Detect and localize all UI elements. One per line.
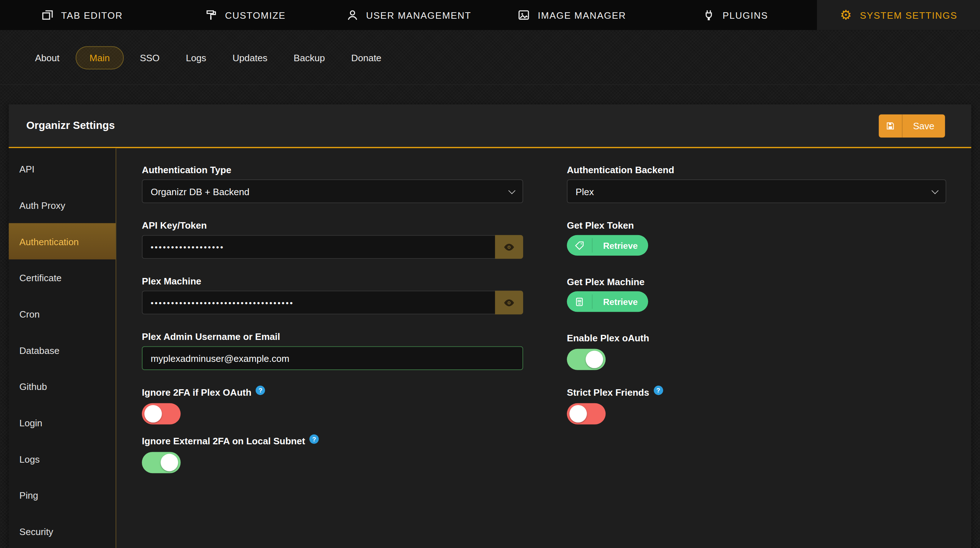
image-icon: [517, 8, 531, 22]
enable-plex-oauth-label: Enable Plex oAuth: [567, 333, 947, 344]
eye-icon: [503, 297, 515, 309]
subnav-updates[interactable]: Updates: [223, 46, 278, 69]
settings-sidebar: API Auth Proxy Authentication Certificat…: [9, 148, 116, 548]
nav-label: IMAGE MANAGER: [538, 10, 626, 21]
auth-backend-select[interactable]: Plex: [567, 179, 947, 203]
get-plex-machine-label: Get Plex Machine: [567, 276, 947, 287]
ignore-external-2fa-help-icon[interactable]: ?: [310, 435, 319, 444]
top-navigation: TAB EDITOR CUSTOMIZE USER MANAGEMENT IMA…: [0, 0, 980, 30]
strict-plex-friends-group: Strict Plex Friends ?: [567, 387, 947, 424]
plex-machine-label: Plex Machine: [142, 276, 523, 287]
sidebar-item-github[interactable]: Github: [9, 368, 116, 405]
api-key-input[interactable]: [142, 235, 495, 259]
api-key-label: API Key/Token: [142, 220, 523, 231]
sidebar-item-auth-proxy[interactable]: Auth Proxy: [9, 187, 116, 223]
plex-machine-group: Plex Machine: [142, 276, 523, 315]
toggle-knob: [569, 405, 587, 423]
nav-label: PLUGINS: [722, 10, 768, 21]
settings-subnav: About Main SSO Logs Updates Backup Donat…: [0, 30, 980, 85]
auth-backend-group: Authentication Backend Plex: [567, 164, 947, 204]
nav-plugins[interactable]: PLUGINS: [654, 0, 817, 30]
save-button-label: Save: [902, 114, 945, 137]
sidebar-item-cron[interactable]: Cron: [9, 296, 116, 332]
sidebar-item-certificate[interactable]: Certificate: [9, 259, 116, 296]
gear-icon: ⚙: [839, 8, 853, 22]
nav-user-management[interactable]: USER MANAGEMENT: [326, 0, 490, 30]
enable-plex-oauth-toggle[interactable]: [567, 349, 606, 370]
sidebar-item-api[interactable]: API: [9, 150, 116, 187]
nav-label: CUSTOMIZE: [225, 10, 286, 21]
subnav-logs[interactable]: Logs: [176, 46, 216, 69]
authentication-form: Authentication Type Organizr DB + Backen…: [116, 148, 971, 548]
ignore-2fa-help-icon[interactable]: ?: [256, 386, 265, 395]
nav-label: TAB EDITOR: [61, 10, 123, 21]
strict-plex-friends-label: Strict Plex Friends: [567, 387, 649, 398]
ignore-external-2fa-group: Ignore External 2FA on Local Subnet ?: [142, 436, 523, 473]
save-button[interactable]: Save: [878, 114, 945, 137]
retrieve-button-label: Retrieve: [593, 291, 648, 312]
nav-image-manager[interactable]: IMAGE MANAGER: [490, 0, 654, 30]
auth-type-select[interactable]: Organizr DB + Backend: [142, 179, 523, 203]
toggle-knob: [161, 454, 178, 471]
page-title: Organizr Settings: [26, 119, 115, 132]
ignore-external-2fa-toggle[interactable]: [142, 452, 181, 473]
plex-admin-label: Plex Admin Username or Email: [142, 331, 523, 342]
user-icon: [345, 8, 359, 22]
tab-editor-icon: [41, 8, 54, 22]
toggle-knob: [144, 405, 162, 423]
subnav-about[interactable]: About: [25, 46, 70, 69]
plug-icon: [702, 8, 716, 22]
toggle-knob: [586, 351, 603, 368]
plex-admin-group: Plex Admin Username or Email: [142, 331, 523, 370]
form-right-column: Authentication Backend Plex Get Plex Tok…: [567, 164, 947, 484]
ignore-2fa-group: Ignore 2FA if Plex OAuth ?: [142, 387, 523, 424]
save-icon: [878, 114, 902, 137]
ignore-2fa-toggle[interactable]: [142, 403, 181, 424]
api-key-group: API Key/Token: [142, 220, 523, 259]
auth-backend-label: Authentication Backend: [567, 164, 947, 175]
sidebar-item-database[interactable]: Database: [9, 332, 116, 368]
plex-machine-input[interactable]: [142, 291, 495, 314]
tag-icon: [567, 235, 592, 256]
machine-icon: [567, 291, 592, 312]
organizr-settings-panel: Organizr Settings Save API Auth Proxy Au…: [9, 104, 971, 548]
nav-label: SYSTEM SETTINGS: [860, 10, 958, 21]
ignore-2fa-label: Ignore 2FA if Plex OAuth: [142, 387, 251, 398]
get-plex-token-label: Get Plex Token: [567, 220, 947, 231]
ignore-external-2fa-label: Ignore External 2FA on Local Subnet: [142, 436, 305, 446]
subnav-main[interactable]: Main: [76, 46, 124, 69]
get-plex-token-group: Get Plex Token Retrieve: [567, 220, 947, 256]
strict-plex-friends-toggle[interactable]: [567, 403, 606, 424]
eye-icon: [503, 241, 515, 253]
get-plex-machine-group: Get Plex Machine Retrieve: [567, 276, 947, 312]
api-key-reveal-button[interactable]: [495, 235, 523, 259]
sidebar-item-login[interactable]: Login: [9, 404, 116, 441]
subnav-sso[interactable]: SSO: [130, 46, 170, 69]
auth-type-label: Authentication Type: [142, 164, 523, 175]
plex-machine-reveal-button[interactable]: [495, 291, 523, 314]
form-left-column: Authentication Type Organizr DB + Backen…: [142, 164, 523, 484]
enable-plex-oauth-group: Enable Plex oAuth: [567, 333, 947, 370]
subnav-donate[interactable]: Donate: [341, 46, 392, 69]
plex-admin-input[interactable]: [142, 346, 523, 370]
customize-icon: [205, 8, 218, 22]
retrieve-plex-machine-button[interactable]: Retrieve: [567, 291, 648, 312]
panel-header: Organizr Settings Save: [9, 104, 971, 148]
subnav-backup[interactable]: Backup: [284, 46, 335, 69]
retrieve-plex-token-button[interactable]: Retrieve: [567, 235, 648, 256]
nav-label: USER MANAGEMENT: [366, 10, 471, 21]
nav-tab-editor[interactable]: TAB EDITOR: [0, 0, 164, 30]
panel-body: API Auth Proxy Authentication Certificat…: [9, 148, 971, 548]
sidebar-item-ping[interactable]: Ping: [9, 477, 116, 513]
nav-system-settings[interactable]: ⚙ SYSTEM SETTINGS: [816, 0, 980, 30]
auth-type-group: Authentication Type Organizr DB + Backen…: [142, 164, 523, 204]
sidebar-item-security[interactable]: Security: [9, 513, 116, 548]
sidebar-item-logs[interactable]: Logs: [9, 441, 116, 477]
retrieve-button-label: Retrieve: [593, 235, 648, 256]
nav-customize[interactable]: CUSTOMIZE: [164, 0, 327, 30]
strict-plex-friends-help-icon[interactable]: ?: [654, 386, 663, 395]
sidebar-item-authentication[interactable]: Authentication: [9, 223, 116, 260]
organizr-app: TAB EDITOR CUSTOMIZE USER MANAGEMENT IMA…: [0, 0, 980, 548]
